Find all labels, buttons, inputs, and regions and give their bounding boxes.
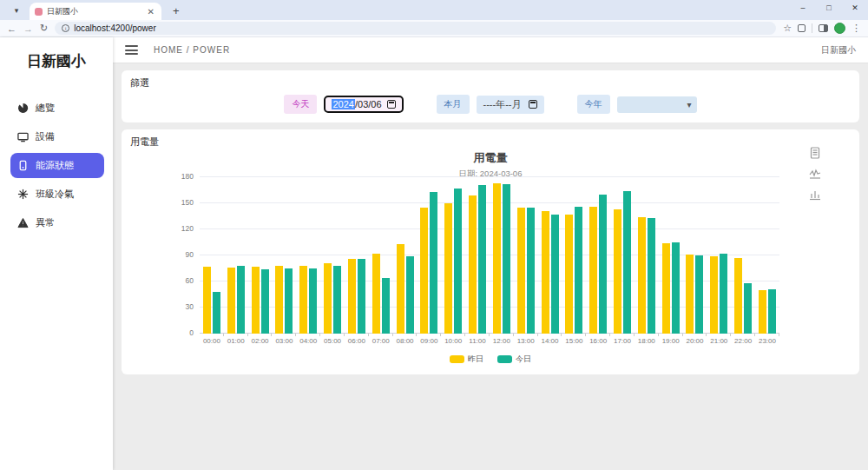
bar-昨日-00:00 [203, 267, 211, 334]
legend-swatch [497, 355, 512, 363]
browser-menu-icon[interactable]: ⋮ [852, 23, 861, 34]
back-icon[interactable]: ← [7, 23, 16, 34]
chevron-down-icon: ▾ [687, 100, 692, 109]
sidebar-item-class-ac[interactable]: 班級冷氣 [10, 182, 104, 207]
bar-今日-19:00 [672, 242, 680, 334]
x-axis-tick-label: 07:00 [372, 337, 390, 345]
hamburger-menu-icon[interactable] [125, 43, 138, 57]
x-axis-tick-mark [223, 334, 224, 336]
bar-今日-15:00 [575, 207, 582, 334]
calendar-icon[interactable] [387, 100, 396, 109]
bar-昨日-21:00 [710, 256, 718, 334]
data-view-icon[interactable] [809, 147, 821, 159]
url-text: localhost:4200/power [74, 23, 156, 33]
app-header: HOME / POWER 日新國小 [0, 37, 868, 63]
bar-group: 00:00 [200, 177, 224, 334]
bar-今日-01:00 [237, 266, 245, 334]
chart-legend: 昨日今日 [122, 354, 859, 365]
bar-今日-00:00 [213, 292, 220, 334]
bar-group: 16:00 [586, 177, 610, 334]
window-close-button[interactable]: ✕ [842, 0, 868, 16]
browser-tab[interactable]: 日新國小 ✕ [30, 3, 161, 20]
x-axis-tick-mark [319, 334, 320, 336]
browser-toolbar: ← → ↻ i localhost:4200/power ☆ ⋮ [0, 20, 868, 37]
legend-item-昨日[interactable]: 昨日 [450, 354, 483, 365]
bookmark-star-icon[interactable]: ☆ [783, 23, 792, 34]
bar-昨日-03:00 [275, 266, 283, 334]
date-input[interactable]: 2024/03/06 [324, 96, 403, 113]
power-section-title: 用電量 [130, 136, 851, 149]
x-axis-tick-mark [416, 334, 417, 336]
battery-icon [17, 160, 29, 171]
bar-昨日-10:00 [444, 203, 452, 334]
this-year-button[interactable]: 今年 [577, 95, 610, 114]
url-bar[interactable]: i localhost:4200/power [55, 22, 776, 35]
tab-close-icon[interactable]: ✕ [146, 7, 156, 17]
date-year-segment[interactable]: 2024 [332, 99, 354, 109]
sidebar-item-anomaly[interactable]: 異常 [10, 210, 104, 235]
bar-今日-22:00 [744, 283, 752, 334]
bar-group: 11:00 [465, 177, 490, 334]
x-axis-tick-label: 14:00 [541, 337, 558, 345]
bar-今日-11:00 [478, 185, 486, 334]
bar-group: 17:00 [610, 177, 635, 334]
bar-group: 22:00 [731, 177, 755, 334]
x-axis-tick-mark [706, 334, 707, 336]
bar-今日-06:00 [358, 259, 365, 334]
bar-今日-07:00 [382, 278, 390, 334]
x-axis-tick-mark [295, 334, 296, 336]
bar-昨日-13:00 [517, 208, 525, 334]
reload-icon[interactable]: ↻ [40, 23, 48, 34]
x-axis-tick-mark [271, 334, 272, 336]
legend-item-今日[interactable]: 今日 [497, 354, 531, 365]
calendar-icon[interactable] [529, 100, 537, 109]
x-axis-tick-mark [634, 334, 635, 336]
bar-今日-18:00 [648, 218, 655, 334]
window-minimize-button[interactable]: – [790, 0, 816, 16]
extensions-icon[interactable] [798, 24, 806, 32]
x-axis-tick-mark [682, 334, 683, 336]
x-axis-tick-label: 06:00 [348, 337, 365, 345]
y-axis-tick-label: 90 [186, 250, 194, 259]
site-info-icon[interactable]: i [62, 24, 69, 32]
bar-今日-10:00 [454, 189, 462, 334]
main-content: 篩選 今天 2024/03/06 本月 ----年--月 今年 ▾ 用電量 用電… [113, 63, 868, 470]
date-rest-segment[interactable]: /03/06 [355, 99, 382, 109]
bar-group: 21:00 [707, 177, 731, 334]
sidebar: 日新國小 總覽 設備 能源狀態 班級冷氣 [0, 37, 113, 470]
x-axis-tick-label: 08:00 [397, 337, 414, 345]
month-input[interactable]: ----年--月 [477, 96, 544, 114]
this-month-button[interactable]: 本月 [437, 95, 470, 114]
sidebar-item-energy-status[interactable]: 能源狀態 [10, 153, 104, 178]
bar-今日-12:00 [503, 184, 510, 334]
y-axis-tick-label: 150 [181, 198, 194, 207]
forward-icon[interactable]: → [23, 23, 33, 34]
line-chart-icon[interactable] [809, 168, 821, 180]
x-axis-tick-mark [754, 334, 755, 336]
bar-昨日-19:00 [662, 243, 670, 334]
sidebar-item-overview[interactable]: 總覽 [10, 96, 104, 121]
side-panel-icon[interactable] [819, 24, 828, 32]
x-axis-tick-mark [247, 334, 248, 336]
tab-search-button[interactable]: ▾ [7, 3, 26, 17]
bar-昨日-15:00 [565, 215, 573, 334]
sidebar-item-devices[interactable]: 設備 [10, 124, 104, 149]
x-axis-tick-label: 17:00 [614, 337, 631, 345]
bar-昨日-12:00 [493, 183, 501, 334]
bar-group: 06:00 [345, 177, 369, 334]
bar-chart-icon[interactable] [809, 189, 821, 201]
sidebar-item-label: 能源狀態 [36, 159, 74, 172]
y-axis-tick-label: 60 [186, 276, 194, 285]
window-maximize-button[interactable]: □ [816, 0, 842, 16]
x-axis-tick-label: 05:00 [324, 337, 341, 345]
new-tab-button[interactable]: + [168, 4, 184, 17]
x-axis-tick-mark [609, 334, 610, 336]
x-axis-tick-label: 10:00 [444, 337, 462, 345]
year-select[interactable]: ▾ [617, 96, 697, 113]
x-axis-tick-label: 13:00 [517, 337, 535, 345]
x-axis-tick-label: 02:00 [252, 337, 269, 345]
y-axis-tick-label: 0 [189, 328, 194, 337]
profile-avatar[interactable] [834, 23, 845, 34]
chart-plot: 030609012015018000:0001:0002:0003:0004:0… [200, 177, 779, 334]
today-button[interactable]: 今天 [284, 95, 317, 114]
